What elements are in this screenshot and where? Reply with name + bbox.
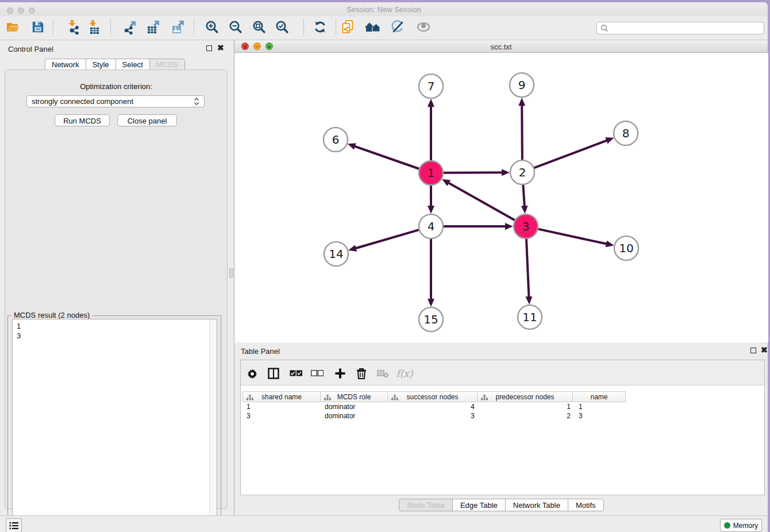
cell-predecessor-nodes[interactable]: 2	[479, 411, 575, 421]
column-header-shared-name[interactable]: shared name	[242, 391, 321, 402]
tab-mcds[interactable]: MCDS	[149, 59, 185, 71]
edge-3-1[interactable]	[448, 183, 514, 220]
cell-predecessor-nodes[interactable]: 1	[479, 402, 575, 411]
table-row[interactable]: 3 dominator 3 2 3	[242, 411, 628, 421]
edge-4-14[interactable]	[356, 230, 419, 248]
main-toolbar	[0, 16, 768, 40]
zoom-in-button[interactable]	[203, 18, 221, 36]
zoom-fit-icon	[252, 20, 267, 34]
task-history-button[interactable]	[6, 518, 22, 532]
edge-3-11[interactable]	[526, 239, 529, 297]
zoom-fit-button[interactable]	[250, 18, 268, 36]
float-table-panel-icon[interactable]	[750, 348, 756, 353]
edge-2-3[interactable]	[523, 185, 524, 206]
network-canvas[interactable]: 7968124314101511	[234, 53, 768, 342]
zoom-out-button[interactable]	[226, 18, 245, 36]
tree-icon	[247, 395, 253, 400]
edge-2-8[interactable]	[534, 140, 607, 168]
refresh-button[interactable]	[311, 18, 329, 36]
cell-shared-name[interactable]: 3	[242, 411, 321, 421]
network-view-titlebar[interactable]: x – + scc.txt	[234, 40, 768, 53]
float-panel-icon[interactable]	[206, 45, 212, 51]
column-header-mcds-role[interactable]: MCDS role	[320, 391, 388, 402]
tab-node-table[interactable]: Node Table	[399, 499, 453, 511]
cell-mcds-role[interactable]: dominator	[321, 402, 388, 411]
save-session-button[interactable]	[29, 18, 47, 36]
zoom-out-icon	[228, 20, 243, 34]
search-input[interactable]	[609, 23, 764, 33]
zoom-selected-button[interactable]	[273, 18, 291, 36]
edge-1-6[interactable]	[355, 147, 419, 169]
status-bar: Memory	[0, 515, 768, 532]
cell-successor-nodes[interactable]: 4	[388, 402, 479, 411]
cell-mcds-role[interactable]: dominator	[321, 411, 388, 421]
mcds-result-legend: MCDS result (2 nodes)	[11, 311, 92, 319]
unchecked-boxes-icon	[311, 370, 324, 377]
export-image-button[interactable]	[169, 18, 187, 36]
open-session-button[interactable]	[3, 18, 22, 36]
titlebar: Session: New Session	[0, 2, 768, 16]
clone-network-button[interactable]	[338, 18, 357, 36]
memory-label: Memory	[733, 522, 758, 530]
delete-column-button[interactable]	[353, 365, 370, 382]
add-column-button[interactable]	[332, 365, 349, 382]
cell-name[interactable]: 3	[575, 411, 628, 421]
node-label-4: 4	[428, 219, 435, 233]
plus-icon	[334, 368, 346, 379]
export-image-icon	[171, 20, 186, 34]
export-network-icon	[122, 20, 137, 34]
function-builder-button-disabled: f(x)	[396, 365, 413, 382]
column-header-name[interactable]: name	[572, 391, 626, 402]
cell-name[interactable]: 1	[575, 402, 628, 411]
show-graphics-details-button[interactable]	[414, 18, 433, 36]
memory-button[interactable]: Memory	[720, 519, 762, 532]
cell-successor-nodes[interactable]: 3	[388, 411, 479, 421]
close-table-panel-icon[interactable]: ✖	[761, 345, 768, 354]
delete-table-button-disabled	[374, 365, 391, 382]
window-title: Session: New Session	[0, 5, 768, 14]
edge-1-2[interactable]	[444, 172, 502, 173]
table-settings-button[interactable]	[244, 365, 261, 382]
optimization-criterion-dropdown[interactable]: strongly connected component	[26, 95, 205, 107]
search-field[interactable]	[596, 22, 764, 34]
export-network-button[interactable]	[121, 18, 139, 36]
tab-edge-table[interactable]: Edge Table	[452, 499, 506, 511]
run-mcds-button[interactable]: Run MCDS	[55, 114, 110, 126]
hide-panels-button[interactable]	[388, 18, 407, 36]
edge-2-9[interactable]	[522, 105, 522, 160]
select-all-columns-button[interactable]	[287, 365, 305, 382]
node-label-14: 14	[329, 247, 343, 261]
tab-motifs[interactable]: Motifs	[568, 499, 604, 511]
close-panel-button[interactable]: Close panel	[117, 114, 177, 126]
column-header-predecessor-nodes[interactable]: predecessor nodes	[477, 391, 573, 402]
result-scrollbar[interactable]	[209, 319, 217, 526]
network-graph[interactable]: 7968124314101511	[234, 53, 768, 342]
node-label-10: 10	[619, 241, 633, 255]
import-table-icon	[86, 20, 101, 34]
eye-icon	[415, 20, 432, 34]
vertical-splitter-handle[interactable]	[229, 268, 233, 277]
mcds-result-textarea[interactable]: 1 3	[12, 319, 217, 527]
edge-3-10[interactable]	[538, 229, 606, 244]
tab-select[interactable]: Select	[116, 59, 150, 71]
import-table-button[interactable]	[84, 18, 103, 36]
save-icon	[31, 20, 45, 34]
fx-icon: f(x)	[396, 368, 413, 379]
tab-network-table[interactable]: Network Table	[505, 499, 568, 511]
close-panel-icon[interactable]: ✖	[217, 43, 224, 52]
split-columns-button[interactable]	[265, 365, 282, 382]
home-button[interactable]	[364, 18, 382, 36]
deselect-all-columns-button[interactable]	[309, 365, 326, 382]
control-panel-tabs: Network Style Select MCDS	[45, 59, 184, 71]
import-network-button[interactable]	[64, 18, 82, 36]
zoom-in-icon	[205, 20, 220, 34]
tab-style[interactable]: Style	[86, 59, 116, 71]
cell-shared-name[interactable]: 1	[242, 402, 321, 411]
column-header-successor-nodes[interactable]: successor nodes	[387, 391, 478, 402]
tab-network[interactable]: Network	[45, 59, 86, 71]
clone-network-icon	[340, 20, 355, 34]
table-row[interactable]: 1 dominator 4 1 1	[242, 402, 628, 411]
tree-icon	[481, 395, 488, 400]
export-table-button[interactable]	[144, 18, 163, 36]
dropdown-arrows-icon	[194, 97, 199, 106]
